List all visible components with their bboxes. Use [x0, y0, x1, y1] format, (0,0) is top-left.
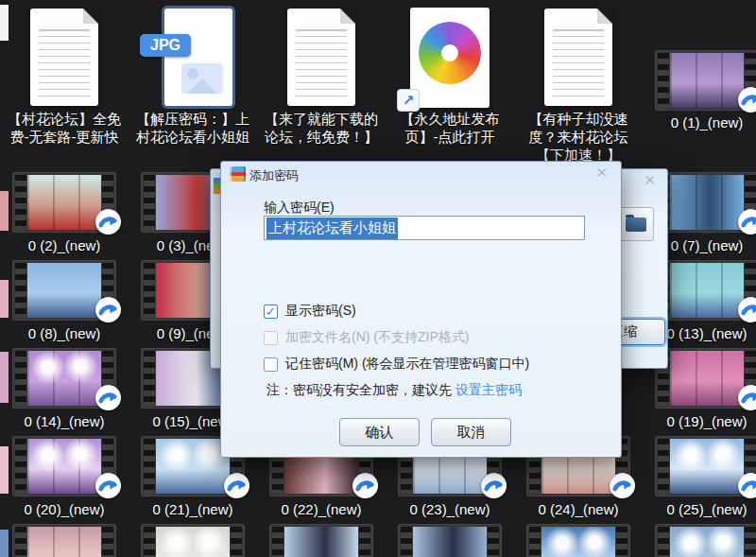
- icon-label: 0 (22)_(new): [260, 500, 383, 518]
- filmstrip-edge: [15, 263, 26, 318]
- video-file-icon[interactable]: [141, 524, 245, 557]
- filmstrip-edge: [144, 263, 155, 318]
- filmstrip-edge: [658, 439, 669, 494]
- play-overlay-icon: [95, 473, 121, 498]
- partial-icon: [0, 280, 9, 318]
- video-file-icon[interactable]: [12, 260, 116, 321]
- close-icon[interactable]: ✕: [595, 165, 608, 182]
- icon-label: 0 (25)_(new): [645, 500, 756, 518]
- play-overlay-icon: [95, 385, 121, 410]
- close-icon[interactable]: ✕: [644, 172, 656, 189]
- video-file-icon[interactable]: [655, 436, 756, 496]
- icon-label: 0 (24)_(new): [517, 500, 640, 518]
- filmstrip-edge: [745, 527, 756, 557]
- filmstrip-edge: [272, 527, 284, 557]
- filmstrip-edge: [15, 175, 26, 230]
- dialog-titlebar[interactable]: 添加密码 ✕: [221, 162, 621, 186]
- icon-label: 0 (1)_(new): [647, 113, 756, 131]
- video-file-icon[interactable]: [12, 172, 116, 233]
- video-thumbnail: [670, 527, 744, 557]
- video-thumbnail: [156, 439, 230, 494]
- video-file-icon[interactable]: [12, 524, 116, 557]
- checkbox-icon: ✓: [264, 305, 278, 319]
- play-overlay-icon: [738, 473, 756, 498]
- video-file-icon[interactable]: [655, 260, 756, 321]
- video-thumbnail: [413, 527, 487, 557]
- video-file-icon[interactable]: [398, 524, 502, 557]
- browser-shortcut-icon[interactable]: ↗: [410, 8, 490, 108]
- password-input[interactable]: 上村花论坛看小姐姐: [264, 216, 585, 240]
- browse-folder-button[interactable]: [618, 207, 654, 241]
- play-overlay-icon: [738, 297, 756, 322]
- winrar-icon: [230, 166, 246, 182]
- video-thumbnail: [27, 263, 101, 318]
- filmstrip-edge: [144, 439, 155, 494]
- add-password-dialog: 添加密码 ✕ 输入密码(E) 上村花论坛看小姐姐 ✓ 显示密码(S) 加密文件名…: [220, 161, 622, 458]
- icon-label: 0 (23)_(new): [388, 500, 511, 518]
- video-thumbnail: [27, 439, 101, 494]
- checkbox-label: 记住密码(M) (将会显示在管理密码窗口中): [285, 356, 529, 373]
- play-overlay-icon: [95, 297, 121, 322]
- video-thumbnail: [27, 351, 101, 406]
- text-document-icon[interactable]: [287, 9, 355, 106]
- password-input-label: 输入密码(E): [264, 200, 335, 217]
- encrypt-filenames-checkbox: 加密文件名(N) (不支持ZIP格式): [264, 329, 469, 346]
- video-file-icon[interactable]: [655, 172, 756, 233]
- jpg-tag: JPG: [140, 34, 191, 57]
- filmstrip-edge: [658, 527, 669, 557]
- partial-icon: [0, 5, 9, 41]
- text-document-icon[interactable]: [30, 9, 98, 106]
- video-thumbnail: [670, 53, 744, 108]
- video-file-icon[interactable]: [12, 436, 116, 496]
- set-master-password-link[interactable]: 设置主密码: [455, 382, 522, 397]
- play-overlay-icon: [352, 473, 378, 498]
- jpg-image-icon[interactable]: [164, 9, 232, 106]
- note-text: 注：密码没有安全加密，建议先: [266, 382, 455, 397]
- filmstrip-edge: [144, 527, 155, 557]
- partial-icon: [0, 446, 9, 494]
- confirm-button[interactable]: 确认: [339, 418, 420, 446]
- video-thumbnail: [27, 175, 101, 230]
- page-fold: [340, 9, 355, 24]
- play-overlay-icon: [610, 473, 635, 498]
- video-file-icon[interactable]: [269, 524, 373, 557]
- cancel-button[interactable]: 取消: [431, 418, 511, 446]
- filmstrip-edge: [616, 527, 627, 557]
- video-file-icon[interactable]: [655, 348, 756, 409]
- selected-input-text: 上村花论坛看小姐姐: [266, 218, 398, 239]
- folder-icon: [626, 218, 646, 232]
- video-thumbnail: [670, 263, 744, 318]
- filmstrip-edge: [359, 527, 370, 557]
- video-file-icon[interactable]: [526, 524, 630, 557]
- play-overlay-icon: [95, 209, 121, 235]
- text-document-icon[interactable]: [544, 9, 612, 106]
- text-lines: [553, 29, 604, 96]
- icon-label: 【解压密码：】上村花论坛看小姐姐: [134, 110, 251, 146]
- filmstrip-edge: [488, 527, 499, 557]
- video-file-icon[interactable]: [12, 348, 116, 409]
- filmstrip-edge: [15, 527, 26, 557]
- remember-password-checkbox[interactable]: 记住密码(M) (将会显示在管理密码窗口中): [264, 356, 529, 373]
- play-overlay-icon: [738, 87, 756, 113]
- checkbox-label: 加密文件名(N) (不支持ZIP格式): [285, 329, 469, 346]
- show-password-checkbox[interactable]: ✓ 显示密码(S): [264, 303, 356, 320]
- partial-icon: [0, 530, 9, 557]
- icon-label: 0 (21)_(new): [131, 500, 254, 518]
- icon-label: 【来了就能下载的论坛，纯免费！】: [261, 110, 382, 146]
- partial-icon: [0, 191, 9, 231]
- icon-label: 【永久地址发布页】-点此打开: [390, 110, 509, 146]
- video-thumbnail: [27, 527, 101, 557]
- icon-label: 【有种子却没速度？来村花论坛【下加速！】: [518, 110, 639, 164]
- filmstrip-edge: [15, 351, 26, 406]
- checkbox-label: 显示密码(S): [285, 303, 356, 320]
- desktop: 【村花论坛】全免费-无套路-更新快JPG【解压密码：】上村花论坛看小姐姐【来了就…: [0, 0, 756, 557]
- video-file-icon[interactable]: [655, 50, 756, 111]
- play-overlay-icon: [481, 473, 507, 498]
- page-fold: [83, 9, 98, 24]
- dialog-title: 添加密码: [249, 167, 299, 184]
- video-file-icon[interactable]: [655, 524, 756, 557]
- icon-label: 【村花论坛】全免费-无套路-更新快: [4, 110, 125, 146]
- partial-icon: [0, 352, 9, 403]
- pinwheel-center: [441, 44, 458, 61]
- icon-label: 0 (19)_(new): [645, 412, 756, 430]
